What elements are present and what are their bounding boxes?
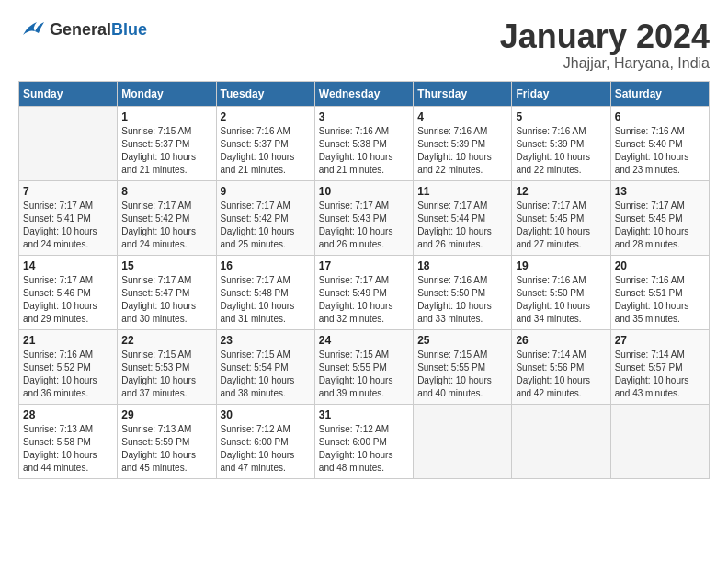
header-monday: Monday (118, 81, 216, 106)
day-detail: Sunrise: 7:16 AMSunset: 5:38 PMDaylight:… (319, 125, 409, 177)
table-cell: 28 Sunrise: 7:13 AMSunset: 5:58 PMDaylig… (19, 404, 118, 478)
table-cell: 22 Sunrise: 7:15 AMSunset: 5:53 PMDaylig… (118, 329, 216, 404)
day-detail: Sunrise: 7:17 AMSunset: 5:42 PMDaylight:… (121, 200, 211, 251)
table-cell: 27 Sunrise: 7:14 AMSunset: 5:57 PMDaylig… (610, 329, 709, 404)
day-detail: Sunrise: 7:16 AMSunset: 5:39 PMDaylight:… (516, 125, 606, 177)
day-number: 18 (417, 259, 507, 272)
table-cell: 20 Sunrise: 7:16 AMSunset: 5:51 PMDaylig… (610, 255, 709, 329)
table-cell: 11 Sunrise: 7:17 AMSunset: 5:44 PMDaylig… (414, 180, 512, 255)
day-number: 10 (319, 185, 409, 198)
table-cell: 19 Sunrise: 7:16 AMSunset: 5:50 PMDaylig… (512, 255, 610, 329)
day-number: 25 (417, 334, 507, 347)
table-cell (512, 404, 610, 478)
day-number: 9 (221, 185, 311, 198)
day-detail: Sunrise: 7:16 AMSunset: 5:40 PMDaylight:… (615, 125, 705, 177)
table-cell: 18 Sunrise: 7:16 AMSunset: 5:50 PMDaylig… (414, 255, 512, 329)
table-cell: 5 Sunrise: 7:16 AMSunset: 5:39 PMDayligh… (512, 106, 610, 180)
day-detail: Sunrise: 7:15 AMSunset: 5:53 PMDaylight:… (121, 349, 211, 400)
day-detail: Sunrise: 7:16 AMSunset: 5:50 PMDaylight:… (516, 274, 606, 326)
day-number: 1 (121, 110, 211, 123)
header-sunday: Sunday (19, 81, 118, 106)
table-cell: 24 Sunrise: 7:15 AMSunset: 5:55 PMDaylig… (314, 329, 413, 404)
day-detail: Sunrise: 7:13 AMSunset: 5:58 PMDaylight:… (23, 423, 113, 475)
day-number: 7 (23, 185, 113, 198)
day-detail: Sunrise: 7:17 AMSunset: 5:41 PMDaylight:… (23, 200, 113, 251)
day-number: 28 (23, 408, 113, 421)
table-cell (414, 404, 512, 478)
day-number: 20 (615, 259, 705, 272)
table-cell: 2 Sunrise: 7:16 AMSunset: 5:37 PMDayligh… (216, 106, 314, 180)
header-row: SundayMondayTuesdayWednesdayThursdayFrid… (19, 81, 710, 106)
day-number: 3 (319, 110, 409, 123)
day-number: 17 (319, 259, 409, 272)
week-row-1: 1 Sunrise: 7:15 AMSunset: 5:37 PMDayligh… (19, 106, 710, 180)
day-detail: Sunrise: 7:15 AMSunset: 5:37 PMDaylight:… (121, 125, 211, 177)
day-detail: Sunrise: 7:17 AMSunset: 5:49 PMDaylight:… (319, 274, 409, 326)
day-number: 12 (516, 185, 606, 198)
day-detail: Sunrise: 7:12 AMSunset: 6:00 PMDaylight:… (319, 423, 409, 475)
header-wednesday: Wednesday (314, 81, 413, 106)
header-thursday: Thursday (414, 81, 512, 106)
table-cell: 15 Sunrise: 7:17 AMSunset: 5:47 PMDaylig… (118, 255, 216, 329)
day-detail: Sunrise: 7:16 AMSunset: 5:39 PMDaylight:… (417, 125, 507, 177)
logo-blue: Blue (111, 20, 147, 39)
day-detail: Sunrise: 7:17 AMSunset: 5:45 PMDaylight:… (615, 200, 705, 251)
day-detail: Sunrise: 7:16 AMSunset: 5:51 PMDaylight:… (615, 274, 705, 326)
table-cell: 1 Sunrise: 7:15 AMSunset: 5:37 PMDayligh… (118, 106, 216, 180)
day-number: 29 (121, 408, 211, 421)
calendar-subtitle: Jhajjar, Haryana, India (500, 55, 710, 72)
calendar-title: January 2024 (500, 18, 710, 55)
table-cell: 29 Sunrise: 7:13 AMSunset: 5:59 PMDaylig… (118, 404, 216, 478)
day-detail: Sunrise: 7:17 AMSunset: 5:44 PMDaylight:… (417, 200, 507, 251)
table-cell: 7 Sunrise: 7:17 AMSunset: 5:41 PMDayligh… (19, 180, 118, 255)
day-detail: Sunrise: 7:14 AMSunset: 5:57 PMDaylight:… (615, 349, 705, 400)
table-cell (19, 106, 118, 180)
logo-icon (18, 18, 46, 40)
table-cell: 25 Sunrise: 7:15 AMSunset: 5:55 PMDaylig… (414, 329, 512, 404)
week-row-4: 21 Sunrise: 7:16 AMSunset: 5:52 PMDaylig… (19, 329, 710, 404)
week-row-3: 14 Sunrise: 7:17 AMSunset: 5:46 PMDaylig… (19, 255, 710, 329)
day-detail: Sunrise: 7:17 AMSunset: 5:47 PMDaylight:… (121, 274, 211, 326)
day-detail: Sunrise: 7:15 AMSunset: 5:55 PMDaylight:… (417, 349, 507, 400)
day-number: 24 (319, 334, 409, 347)
day-number: 2 (221, 110, 311, 123)
table-cell: 14 Sunrise: 7:17 AMSunset: 5:46 PMDaylig… (19, 255, 118, 329)
day-number: 27 (615, 334, 705, 347)
day-number: 13 (615, 185, 705, 198)
day-detail: Sunrise: 7:17 AMSunset: 5:48 PMDaylight:… (221, 274, 311, 326)
logo-text: GeneralBlue (50, 20, 147, 40)
table-cell: 17 Sunrise: 7:17 AMSunset: 5:49 PMDaylig… (314, 255, 413, 329)
table-cell: 3 Sunrise: 7:16 AMSunset: 5:38 PMDayligh… (314, 106, 413, 180)
week-row-5: 28 Sunrise: 7:13 AMSunset: 5:58 PMDaylig… (19, 404, 710, 478)
day-detail: Sunrise: 7:16 AMSunset: 5:52 PMDaylight:… (23, 349, 113, 400)
table-cell: 9 Sunrise: 7:17 AMSunset: 5:42 PMDayligh… (216, 180, 314, 255)
day-number: 8 (121, 185, 211, 198)
day-number: 30 (221, 408, 311, 421)
table-cell: 8 Sunrise: 7:17 AMSunset: 5:42 PMDayligh… (118, 180, 216, 255)
day-detail: Sunrise: 7:14 AMSunset: 5:56 PMDaylight:… (516, 349, 606, 400)
header-tuesday: Tuesday (216, 81, 314, 106)
table-cell: 13 Sunrise: 7:17 AMSunset: 5:45 PMDaylig… (610, 180, 709, 255)
table-cell: 6 Sunrise: 7:16 AMSunset: 5:40 PMDayligh… (610, 106, 709, 180)
table-cell: 23 Sunrise: 7:15 AMSunset: 5:54 PMDaylig… (216, 329, 314, 404)
day-number: 4 (417, 110, 507, 123)
table-cell: 12 Sunrise: 7:17 AMSunset: 5:45 PMDaylig… (512, 180, 610, 255)
day-detail: Sunrise: 7:15 AMSunset: 5:54 PMDaylight:… (221, 349, 311, 400)
day-number: 31 (319, 408, 409, 421)
week-row-2: 7 Sunrise: 7:17 AMSunset: 5:41 PMDayligh… (19, 180, 710, 255)
day-detail: Sunrise: 7:17 AMSunset: 5:42 PMDaylight:… (221, 200, 311, 251)
day-detail: Sunrise: 7:12 AMSunset: 6:00 PMDaylight:… (221, 423, 311, 475)
table-cell (610, 404, 709, 478)
header-friday: Friday (512, 81, 610, 106)
day-detail: Sunrise: 7:17 AMSunset: 5:46 PMDaylight:… (23, 274, 113, 326)
day-detail: Sunrise: 7:13 AMSunset: 5:59 PMDaylight:… (121, 423, 211, 475)
day-detail: Sunrise: 7:16 AMSunset: 5:37 PMDaylight:… (221, 125, 311, 177)
day-number: 5 (516, 110, 606, 123)
table-cell: 26 Sunrise: 7:14 AMSunset: 5:56 PMDaylig… (512, 329, 610, 404)
day-detail: Sunrise: 7:17 AMSunset: 5:45 PMDaylight:… (516, 200, 606, 251)
header-saturday: Saturday (610, 81, 709, 106)
day-number: 11 (417, 185, 507, 198)
day-number: 22 (121, 334, 211, 347)
table-cell: 21 Sunrise: 7:16 AMSunset: 5:52 PMDaylig… (19, 329, 118, 404)
table-cell: 4 Sunrise: 7:16 AMSunset: 5:39 PMDayligh… (414, 106, 512, 180)
